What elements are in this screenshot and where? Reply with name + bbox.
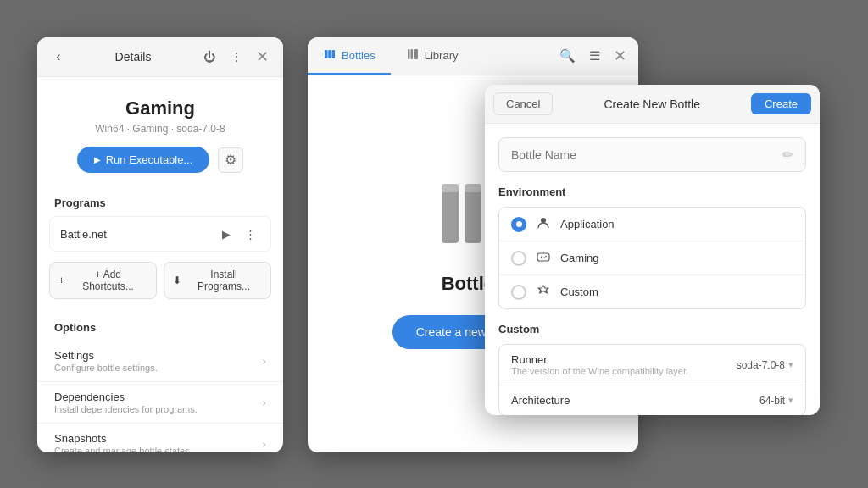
create-confirm-button[interactable]: Create bbox=[751, 93, 811, 114]
gaming-icon bbox=[535, 250, 552, 266]
svg-rect-6 bbox=[442, 188, 459, 243]
svg-point-17 bbox=[544, 257, 546, 258]
option-title: Snapshots bbox=[54, 432, 262, 445]
details-content: Gaming Win64 · Gaming · soda-7.0-8 ▶ Run… bbox=[37, 77, 283, 452]
svg-point-16 bbox=[545, 256, 547, 258]
field-title: Runner bbox=[511, 353, 737, 366]
options-list: Settings Configure bottle settings. › De… bbox=[37, 341, 283, 452]
options-section-label: Options bbox=[37, 311, 283, 341]
cancel-button[interactable]: Cancel bbox=[493, 92, 553, 115]
play-icon: ▶ bbox=[94, 155, 101, 164]
field-value: 64-bit ▾ bbox=[760, 395, 793, 407]
option-text: Snapshots Create and manage bottle state… bbox=[54, 432, 262, 452]
download-icon: ⬇ bbox=[173, 274, 181, 286]
svg-rect-3 bbox=[408, 49, 410, 59]
program-name: Battle.net bbox=[60, 228, 216, 241]
application-icon bbox=[535, 216, 552, 232]
tab-library-label: Library bbox=[425, 49, 459, 62]
bottles-titlebar: Bottles Library 🔍 ☰ ✕ bbox=[308, 37, 638, 75]
install-programs-button[interactable]: ⬇ Install Programs... bbox=[164, 262, 271, 299]
run-row: ▶ Run Executable... ⚙ bbox=[54, 147, 266, 173]
panel-details: ‹ Details ⏻ ⋮ ✕ Gaming Win64 · Gaming · … bbox=[37, 37, 283, 452]
create-titlebar: Cancel Create New Bottle Create bbox=[485, 85, 820, 124]
option-dependencies[interactable]: Dependencies Install dependencies for pr… bbox=[37, 382, 283, 424]
custom-field-runner[interactable]: Runner The version of the Wine compatibi… bbox=[499, 345, 805, 385]
environment-options: Application Gaming Custom bbox=[498, 207, 806, 309]
run-executable-button[interactable]: ▶ Run Executable... bbox=[77, 147, 210, 173]
option-settings[interactable]: Settings Configure bottle settings. › bbox=[37, 341, 283, 382]
env-label-gaming: Gaming bbox=[560, 252, 599, 264]
option-title: Settings bbox=[54, 349, 262, 362]
svg-point-12 bbox=[541, 218, 546, 223]
custom-section-label: Custom bbox=[498, 323, 806, 336]
programs-list: Battle.net ▶ ⋮ bbox=[37, 216, 283, 252]
custom-fields: Runner The version of the Wine compatibi… bbox=[498, 344, 806, 415]
program-actions: ▶ ⋮ bbox=[216, 224, 260, 244]
library-tab-icon bbox=[406, 47, 420, 64]
bottles-tabs: Bottles Library bbox=[308, 37, 555, 75]
svg-rect-10 bbox=[465, 184, 481, 192]
option-title: Dependencies bbox=[54, 391, 262, 403]
chevron-right-icon: › bbox=[262, 354, 266, 368]
program-menu-button[interactable]: ⋮ bbox=[240, 224, 260, 244]
field-text: Runner The version of the Wine compatibi… bbox=[511, 353, 737, 376]
gear-button[interactable]: ⚙ bbox=[218, 147, 243, 173]
radio-application[interactable] bbox=[511, 217, 526, 232]
env-option-application[interactable]: Application bbox=[499, 208, 805, 241]
programs-section-label: Programs bbox=[37, 186, 283, 216]
bottle-name-field: ✏ bbox=[498, 137, 806, 172]
custom-icon bbox=[535, 284, 552, 300]
radio-gaming[interactable] bbox=[511, 251, 526, 266]
edit-icon: ✏ bbox=[782, 147, 793, 163]
env-option-gaming[interactable]: Gaming bbox=[499, 241, 805, 275]
install-programs-label: Install Programs... bbox=[186, 269, 262, 292]
env-label-custom: Custom bbox=[560, 286, 598, 298]
architecture-value: 64-bit bbox=[760, 395, 785, 407]
option-text: Dependencies Install dependencies for pr… bbox=[54, 391, 262, 414]
radio-custom[interactable] bbox=[511, 285, 526, 300]
svg-rect-4 bbox=[410, 49, 413, 59]
close-button[interactable]: ✕ bbox=[253, 47, 271, 66]
field-desc: The version of the Wine compatibility la… bbox=[511, 366, 737, 376]
titlebar-actions: ⏻ ⋮ ✕ bbox=[198, 46, 271, 68]
option-desc: Create and manage bottle states. bbox=[54, 446, 262, 452]
add-shortcuts-label: + Add Shortcuts... bbox=[69, 269, 147, 292]
radio-inner bbox=[516, 221, 522, 227]
program-play-button[interactable]: ▶ bbox=[216, 224, 236, 244]
add-shortcuts-button[interactable]: + + Add Shortcuts... bbox=[49, 262, 157, 299]
bottles-titlebar-actions: 🔍 ☰ ✕ bbox=[555, 44, 638, 68]
close-button[interactable]: ✕ bbox=[609, 46, 630, 66]
plus-icon: + bbox=[58, 274, 64, 286]
panel-create-bottle: Cancel Create New Bottle Create ✏ Enviro… bbox=[485, 85, 820, 415]
app-subtitle: Win64 · Gaming · soda-7.0-8 bbox=[54, 123, 266, 135]
field-value: soda-7.0-8 ▾ bbox=[737, 359, 793, 371]
option-desc: Install dependencies for programs. bbox=[54, 404, 262, 414]
chevron-right-icon: › bbox=[262, 437, 266, 451]
dropdown-arrow-icon: ▾ bbox=[788, 395, 793, 406]
tab-library[interactable]: Library bbox=[391, 37, 474, 75]
app-name: Gaming bbox=[54, 97, 266, 119]
tab-bottles[interactable]: Bottles bbox=[308, 37, 391, 75]
shortcut-row: + + Add Shortcuts... ⬇ Install Programs.… bbox=[37, 257, 283, 311]
custom-field-architecture[interactable]: Architecture 64-bit ▾ bbox=[499, 385, 805, 415]
environment-section-label: Environment bbox=[498, 186, 806, 198]
search-button[interactable]: 🔍 bbox=[555, 44, 579, 68]
create-body: ✏ Environment Application Gaming bbox=[485, 124, 820, 415]
option-snapshots[interactable]: Snapshots Create and manage bottle state… bbox=[37, 424, 283, 452]
svg-rect-7 bbox=[465, 188, 481, 243]
bottle-name-input[interactable] bbox=[511, 148, 782, 162]
tab-bottles-label: Bottles bbox=[342, 49, 376, 62]
svg-rect-2 bbox=[332, 50, 336, 58]
back-button[interactable]: ‹ bbox=[49, 47, 68, 66]
menu-button[interactable]: ⋮ bbox=[225, 46, 248, 68]
bottles-tab-icon bbox=[323, 47, 337, 64]
svg-rect-5 bbox=[414, 49, 418, 59]
env-label-application: Application bbox=[560, 218, 615, 230]
create-title: Create New Bottle bbox=[553, 97, 751, 111]
field-title: Architecture bbox=[511, 394, 760, 407]
hamburger-button[interactable]: ☰ bbox=[582, 44, 606, 68]
power-button[interactable]: ⏻ bbox=[198, 46, 220, 68]
details-title: Details bbox=[68, 50, 198, 64]
svg-rect-1 bbox=[328, 50, 331, 58]
env-option-custom[interactable]: Custom bbox=[499, 275, 805, 308]
